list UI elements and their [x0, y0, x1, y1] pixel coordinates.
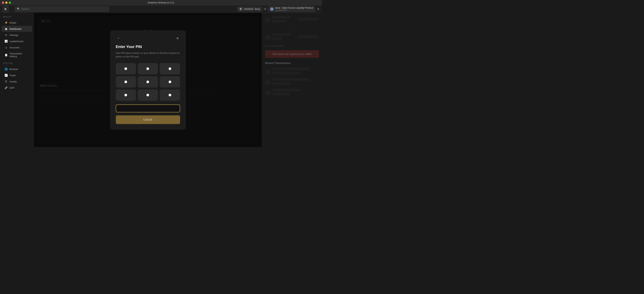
- keepkey-logo-icon: K: [2, 6, 9, 13]
- tx-avatar-2: [265, 80, 270, 85]
- trade-icon: 📈: [4, 74, 8, 77]
- sidebar-item-dashboard[interactable]: ▣ Dashboard: [2, 26, 32, 32]
- wallet-name: testSeed - Busy: [244, 8, 260, 10]
- recent-tx-row-3: [265, 89, 319, 97]
- right-skel-1: [272, 16, 291, 19]
- tx-skel-6: [272, 93, 291, 95]
- sidebar-item-pairings[interactable]: ⚙ Pairings: [2, 32, 32, 38]
- pin-dot-6: [168, 81, 171, 83]
- sidebar-item-assets[interactable]: 🗄 Assets: [2, 78, 32, 84]
- tx-avatar-1: [265, 69, 270, 74]
- pin-button-1[interactable]: [116, 63, 136, 74]
- pin-dot-3: [168, 67, 171, 70]
- right-panel-row-1: [265, 16, 319, 24]
- sell-asset-button[interactable]: Sell asset not supported by wallet: [265, 50, 319, 58]
- pin-button-7[interactable]: [116, 89, 136, 101]
- pin-button-8[interactable]: [138, 89, 158, 101]
- right-skel-6: [298, 35, 319, 38]
- sidebar-label-pairings: Pairings: [10, 34, 18, 37]
- maximize-button[interactable]: [9, 2, 11, 4]
- pin-button-2[interactable]: [138, 63, 158, 74]
- sidebar-label-leaderboard: Leaderboard: [10, 40, 23, 43]
- pin-dot-4: [124, 81, 127, 83]
- aave-logo: [270, 7, 274, 11]
- sidebar-item-accounts[interactable]: 🗂 Accounts: [2, 44, 32, 50]
- explore-section-label: EXPLORE: [0, 62, 34, 66]
- tx-skel-2: [272, 72, 300, 74]
- sidebar-label-defi: DeFi: [10, 86, 14, 89]
- no-rate-text: No rate available.: [267, 45, 284, 47]
- dapps-icon: ⚡: [4, 21, 8, 24]
- info-icon: ℹ: [265, 45, 266, 47]
- header-right: K testSeed - Busy ▾ Aave - Open Source L…: [237, 6, 320, 12]
- search-input[interactable]: [22, 8, 107, 10]
- right-skel-2: [272, 20, 286, 23]
- modal-description: Use PIN layout shown on your device to f…: [116, 51, 180, 59]
- app-dropdown-button[interactable]: ▾: [316, 8, 320, 10]
- sidebar-item-defi[interactable]: 🚀 DeFi: [2, 85, 32, 91]
- pin-dot-1: [124, 67, 127, 70]
- minimize-button[interactable]: [5, 2, 8, 4]
- app-logo: K: [2, 6, 12, 13]
- wallet-badge[interactable]: K testSeed - Busy: [237, 7, 262, 12]
- sidebar-label-accounts: Accounts: [10, 46, 19, 49]
- pin-pad: [116, 63, 180, 101]
- sidebar-item-trade[interactable]: 📈 Trade: [2, 72, 32, 78]
- header: K 🔍 K testSeed - Busy ▾ Aave - Open Sour…: [0, 5, 322, 13]
- sidebar-item-browser[interactable]: 🌐 Browser: [2, 66, 32, 72]
- tx-avatar-3: [265, 90, 270, 95]
- defi-icon: 🚀: [4, 86, 8, 89]
- titlebar-buttons: [2, 2, 11, 4]
- pin-button-5[interactable]: [138, 76, 158, 87]
- tx-skel-1: [272, 68, 310, 70]
- right-panel: ↓ ℹ No rate available. Sell asset not su…: [262, 13, 322, 147]
- recent-tx-row-1: [265, 68, 319, 76]
- no-rate-notice: ℹ No rate available.: [265, 45, 319, 47]
- right-panel-row-2: [265, 33, 319, 42]
- sidebar-label-browser: Browser: [10, 68, 18, 71]
- modal-close-button[interactable]: ✕: [175, 36, 180, 41]
- sidebar-item-dapps[interactable]: ⚡ dApps: [2, 20, 32, 26]
- wallet-dropdown-button[interactable]: ▾: [264, 8, 267, 10]
- sidebar-label-assets: Assets: [10, 80, 17, 83]
- app-name: Aave - Open Source Liquidity Protocol: [275, 7, 313, 9]
- titlebar: KeepKey Desktop (v1.0.1): [0, 0, 322, 5]
- unlock-button[interactable]: Unlock: [116, 115, 180, 124]
- search-bar[interactable]: 🔍: [15, 7, 109, 12]
- app-info: Aave - Open Source Liquidity Protocol ap…: [275, 7, 313, 11]
- modal-header-row: ← ✕: [116, 36, 180, 41]
- accounts-icon: 🗂: [4, 46, 8, 49]
- app-badge[interactable]: Aave - Open Source Liquidity Protocol ap…: [268, 6, 315, 12]
- right-skel-3: [298, 18, 319, 21]
- sidebar-label-dashboard: Dashboard: [10, 28, 22, 30]
- right-skel-5: [272, 38, 282, 40]
- browser-icon: 🌐: [4, 68, 8, 71]
- app-title: KeepKey Desktop (v1.0.1): [148, 1, 174, 4]
- sidebar-item-transaction-history[interactable]: 📋 Transaction History: [2, 51, 32, 59]
- pin-button-3[interactable]: [160, 63, 180, 74]
- pin-modal: ← ✕ Enter Your PIN Use PIN layout shown …: [110, 31, 186, 129]
- pin-input[interactable]: [116, 104, 180, 112]
- sidebar-label-trade: Trade: [10, 74, 16, 77]
- tx-skel-5: [272, 89, 300, 91]
- wallet-avatar: K: [239, 7, 243, 11]
- close-button[interactable]: [2, 2, 4, 4]
- pin-dot-7: [124, 94, 127, 96]
- sidebar-item-leaderboard[interactable]: 📊 Leaderboard: [2, 38, 32, 44]
- right-avatar-1: [265, 17, 270, 23]
- wallet-section-label: WALLET: [0, 16, 34, 19]
- dashboard-icon: ▣: [4, 27, 8, 30]
- pin-button-9[interactable]: [160, 89, 180, 101]
- sidebar-label-transaction-history: Transaction History: [10, 52, 29, 58]
- pin-button-4[interactable]: [116, 76, 136, 87]
- main-layout: WALLET ⚡ dApps ▣ Dashboard ⚙ Pairings 📊 …: [0, 13, 322, 147]
- sidebar: WALLET ⚡ dApps ▣ Dashboard ⚙ Pairings 📊 …: [0, 13, 34, 147]
- pin-dot-2: [146, 67, 149, 70]
- pin-dot-5: [146, 81, 149, 83]
- pin-button-6[interactable]: [160, 76, 180, 87]
- tx-skel-3: [272, 78, 310, 81]
- pairings-icon: ⚙: [4, 34, 8, 37]
- leaderboard-icon: 📊: [4, 40, 8, 43]
- right-avatar-2: [265, 35, 270, 40]
- modal-back-button[interactable]: ←: [116, 36, 122, 41]
